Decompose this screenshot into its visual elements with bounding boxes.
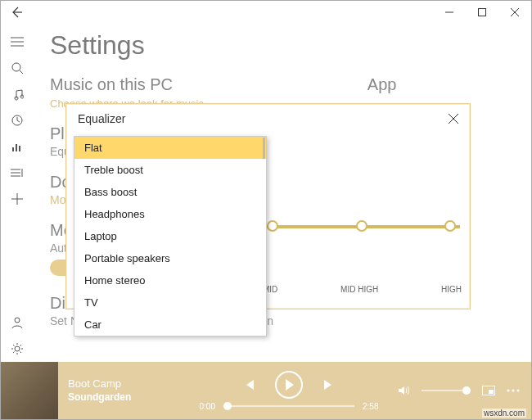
dropdown-scrollbar[interactable] — [263, 138, 265, 159]
section-app-heading: App — [367, 75, 397, 94]
close-button[interactable] — [498, 1, 531, 24]
prev-button[interactable] — [242, 378, 255, 391]
svg-point-7 — [12, 63, 20, 71]
miniplayer-icon[interactable] — [482, 386, 495, 395]
svg-point-26 — [512, 390, 515, 392]
svg-line-8 — [20, 70, 23, 74]
time-elapsed: 0:00 — [200, 402, 215, 411]
progress-knob[interactable] — [223, 402, 232, 410]
volume-icon[interactable] — [397, 384, 410, 397]
dd-item-car[interactable]: Car — [74, 314, 266, 336]
maximize-button[interactable] — [466, 1, 498, 24]
eq-knob-midhigh[interactable] — [356, 220, 367, 232]
account-icon[interactable] — [1, 309, 34, 336]
watermark: wsxdn.com — [482, 409, 526, 418]
eq-knob-mid[interactable] — [267, 220, 278, 232]
eq-knob-high[interactable] — [444, 220, 456, 232]
playlist-icon[interactable] — [1, 160, 34, 186]
more-icon[interactable] — [507, 389, 520, 392]
preset-dropdown[interactable]: Flat Treble boost Bass boost Headphones … — [74, 136, 267, 336]
section-music-heading: Music on this PC — [50, 75, 204, 94]
dd-item-home-stereo[interactable]: Home stereo — [74, 269, 266, 291]
sidebar — [1, 24, 34, 362]
dd-item-flat[interactable]: Flat — [74, 137, 266, 159]
dd-item-portable-speakers[interactable]: Portable speakers — [74, 247, 266, 269]
dialog-title: Equalizer — [78, 112, 125, 125]
dd-item-treble-boost[interactable]: Treble boost — [74, 159, 266, 181]
volume-track[interactable] — [422, 390, 471, 391]
add-icon[interactable] — [1, 186, 34, 212]
music-icon[interactable] — [1, 81, 34, 107]
settings-icon[interactable] — [1, 336, 34, 362]
search-icon[interactable] — [1, 55, 34, 81]
track-title: Boot Camp — [68, 377, 181, 391]
svg-rect-24 — [489, 390, 494, 394]
player-bar: Boot Camp Soundgarden 0:00 2:58 — [1, 362, 531, 419]
svg-rect-10 — [12, 147, 14, 151]
eq-slider-track — [267, 225, 460, 228]
svg-point-27 — [517, 390, 520, 392]
track-info: Boot Camp Soundgarden — [58, 377, 181, 404]
now-playing-icon[interactable] — [1, 133, 34, 160]
app-window: Settings Music on this PC Choose where w… — [0, 0, 532, 420]
svg-point-25 — [507, 390, 510, 392]
dd-item-headphones[interactable]: Headphones — [74, 203, 266, 225]
minimize-button[interactable] — [433, 1, 466, 24]
dd-item-laptop[interactable]: Laptop — [74, 225, 266, 247]
back-button[interactable] — [1, 1, 34, 24]
titlebar — [1, 1, 531, 24]
time-total: 2:58 — [363, 402, 378, 411]
album-art[interactable] — [1, 362, 58, 419]
volume-knob[interactable] — [462, 386, 471, 395]
dd-item-bass-boost[interactable]: Bass boost — [74, 181, 266, 203]
next-button[interactable] — [322, 378, 336, 391]
hamburger-icon[interactable] — [1, 29, 34, 55]
recent-icon[interactable] — [1, 107, 34, 133]
svg-point-19 — [15, 318, 20, 323]
dd-item-tv[interactable]: TV — [74, 291, 266, 314]
svg-rect-1 — [479, 9, 486, 16]
progress-track[interactable] — [223, 405, 354, 407]
dialog-close-button[interactable] — [449, 114, 458, 124]
svg-rect-11 — [16, 144, 17, 151]
page-title: Settings — [50, 30, 512, 61]
play-button[interactable] — [275, 371, 303, 399]
eq-band-labels: MID MID HIGH HIGH — [263, 285, 462, 294]
svg-rect-12 — [19, 146, 20, 151]
track-artist: Soundgarden — [68, 391, 181, 404]
svg-point-20 — [15, 346, 20, 351]
